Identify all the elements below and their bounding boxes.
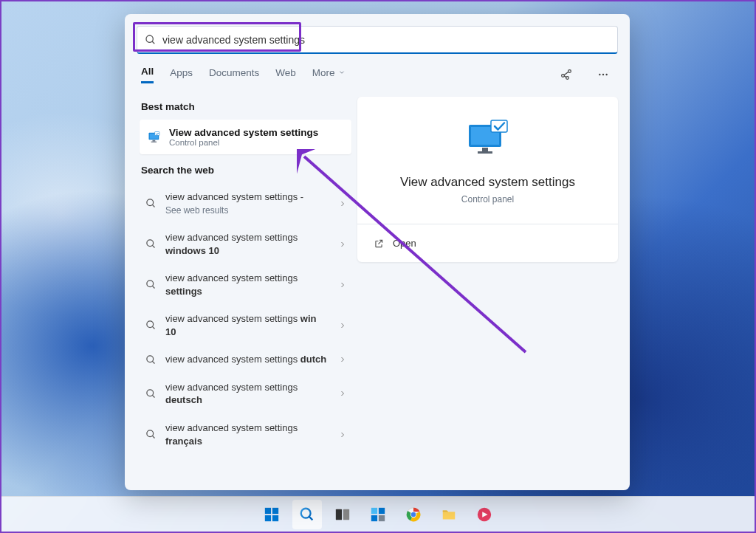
taskbar-app[interactable] [470,500,499,529]
svg-line-20 [152,327,154,329]
svg-line-16 [152,246,154,248]
web-result-text: view advanced system settings français [165,422,329,447]
svg-point-21 [147,356,154,362]
svg-rect-31 [491,120,507,132]
open-external-icon [374,238,384,249]
svg-rect-34 [272,507,278,513]
search-web-heading: Search the web [141,165,351,176]
filter-tabs: All Apps Documents Web More [125,54,630,91]
preview-card: View advanced system settings Control pa… [357,97,618,262]
windows-icon [264,506,280,523]
preview-open-action[interactable]: Open [371,224,605,262]
svg-point-15 [147,240,154,247]
best-match-result[interactable]: View advanced system settings Control pa… [140,120,351,154]
recent-searches-button[interactable] [556,64,577,85]
svg-line-18 [152,286,154,289]
preview-subtitle: Control panel [371,194,605,204]
web-result[interactable]: view advanced system settings français [140,414,351,455]
more-horizontal-icon [597,69,609,80]
best-match-subtitle: Control panel [169,138,318,147]
web-result-sub: See web results [165,205,228,216]
svg-line-38 [309,516,313,520]
folder-icon [441,506,457,523]
web-result-text: view advanced system settings -See web r… [165,190,329,216]
search-window: All Apps Documents Web More Best match [125,14,630,490]
search-icon [145,320,157,331]
svg-rect-30 [478,151,492,154]
best-match-heading: Best match [141,101,351,112]
taskbar-search[interactable] [292,500,322,529]
results-content: Best match View advanced system settings… [125,91,630,490]
taskbar-task-view[interactable] [328,500,357,529]
svg-rect-33 [265,507,271,513]
preview-open-label: Open [393,238,416,249]
svg-point-25 [147,430,154,437]
svg-point-5 [599,74,600,75]
web-result-text: view advanced system settings dutch [165,353,329,366]
svg-point-13 [147,199,154,206]
web-result[interactable]: view advanced system settings dutch [140,345,351,374]
web-result[interactable]: view advanced system settings win 10 [140,305,351,345]
svg-point-48 [411,512,416,516]
taskbar-chrome[interactable] [399,500,428,529]
tab-apps[interactable]: Apps [170,67,193,83]
search-icon [145,279,157,290]
tab-more[interactable]: More [312,67,346,83]
results-left-column: Best match View advanced system settings… [125,95,351,490]
tab-documents[interactable]: Documents [209,67,259,83]
chevron-right-icon [338,389,347,398]
svg-rect-29 [482,148,488,151]
svg-point-23 [147,390,154,396]
search-icon [145,388,157,399]
svg-rect-39 [336,509,342,520]
search-icon [145,34,157,46]
web-results-list: view advanced system settings -See web r… [140,183,351,455]
search-icon [145,238,157,250]
web-result[interactable]: view advanced system settings deutsch [140,374,351,414]
preview-icon-container [371,119,605,160]
chrome-icon [405,506,422,523]
svg-rect-36 [272,515,278,520]
web-result-text: view advanced system settings settings [165,272,329,298]
search-icon [145,354,157,365]
monitor-icon [464,119,512,160]
svg-rect-10 [153,140,156,141]
svg-rect-35 [265,515,271,520]
web-result-text: view advanced system settings deutsch [165,381,329,407]
svg-point-17 [147,281,154,287]
tab-web[interactable]: Web [275,67,296,83]
search-icon [145,198,157,209]
svg-line-1 [152,41,154,44]
web-result[interactable]: view advanced system settings settings [140,264,351,305]
svg-line-24 [152,395,154,397]
chevron-right-icon [338,321,347,330]
chevron-right-icon [338,430,347,439]
monitor-icon [147,130,162,145]
web-result[interactable]: view advanced system settings windows 10 [140,224,351,264]
chevron-right-icon [338,199,347,208]
search-bar[interactable] [137,26,618,54]
svg-point-0 [146,35,153,42]
tab-all[interactable]: All [141,66,154,83]
best-match-title: View advanced system settings [169,127,318,138]
share-icon [560,68,573,81]
search-input[interactable] [157,34,610,46]
taskbar-widgets[interactable] [363,500,393,529]
chevron-down-icon [338,69,346,76]
search-icon [299,506,315,523]
taskbar-start[interactable] [257,500,286,529]
chevron-right-icon [338,281,347,289]
chevron-right-icon [338,355,347,364]
results-right-column: View advanced system settings Control pa… [351,95,630,490]
chevron-right-icon [338,240,347,249]
taskbar [1,496,755,532]
taskbar-file-explorer[interactable] [434,500,464,529]
task-view-icon [334,506,351,523]
options-button[interactable] [593,64,614,85]
svg-rect-11 [151,141,157,142]
svg-rect-43 [371,515,377,520]
web-result[interactable]: view advanced system settings -See web r… [140,183,351,224]
svg-point-7 [605,74,607,75]
tab-more-label: More [312,67,335,78]
preview-title: View advanced system settings [371,175,605,190]
